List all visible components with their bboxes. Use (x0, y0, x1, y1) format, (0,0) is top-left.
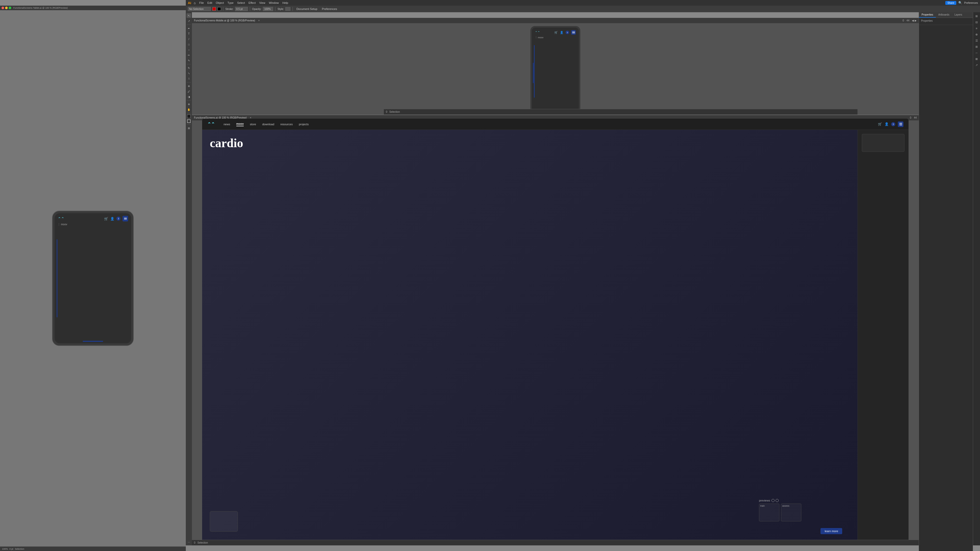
lower-zoom: 0 (194, 541, 196, 544)
stroke-swatch[interactable] (187, 119, 191, 123)
preferences-label[interactable]: Preferences (964, 2, 978, 4)
user-icon[interactable]: 👤 (110, 217, 115, 221)
doc-setup-btn[interactable]: Document Setup (295, 7, 319, 11)
stroke-value[interactable] (235, 7, 248, 11)
tab-artboards[interactable]: Artboards (936, 12, 952, 17)
strip-icon-9[interactable]: ↗ (974, 63, 979, 67)
direct-select-tool[interactable]: ↗ (186, 19, 191, 23)
menu-edit[interactable]: Edit (206, 1, 214, 4)
rotate-tool[interactable]: ↻ (186, 65, 191, 70)
line-tool[interactable]: / (186, 37, 191, 41)
strip-icon-4[interactable]: ⊕ (974, 32, 979, 37)
right-panel: Properties Artboards Layers Properties (919, 12, 973, 551)
rect-tool[interactable]: □ (186, 42, 191, 47)
select-tool[interactable]: ↖ (186, 13, 191, 18)
search-icon[interactable]: 🔍 (958, 1, 962, 5)
stroke-color[interactable] (218, 7, 221, 11)
tab-layers[interactable]: Layers (952, 12, 965, 17)
strip-icon-6[interactable]: ⊞ (974, 44, 979, 49)
ai-home-icon[interactable]: ⌂ (194, 1, 196, 5)
lower-zoom-control[interactable]: 44 (914, 116, 917, 119)
opacity-value[interactable] (263, 7, 273, 11)
menu-effect[interactable]: Effect (247, 1, 257, 4)
left-zoom: 100% (2, 548, 8, 550)
website-cart-icon[interactable]: 🛒 (878, 122, 882, 126)
more-tools-btn[interactable]: ··· (186, 540, 191, 545)
website-menu-btn[interactable] (898, 121, 904, 127)
preferences-btn[interactable]: Preferences (320, 7, 339, 11)
fill-selector[interactable] (188, 7, 211, 11)
strip-icon-5[interactable]: ☰ (974, 38, 979, 43)
properties-section: Properties (919, 18, 973, 25)
website-content: cardio learn more previews (202, 130, 908, 542)
preview-circle-1 (772, 499, 775, 502)
strip-icon-1[interactable]: ⊞ (974, 14, 979, 18)
gradient-tool[interactable]: ◑ (186, 94, 191, 99)
strip-icon-8[interactable]: ⊠ (974, 57, 979, 61)
screen-mode[interactable]: ⊞ (186, 126, 191, 130)
upper-menu-btn[interactable] (571, 30, 576, 35)
upper-user-icon[interactable]: 👤 (560, 31, 563, 34)
pen-tool[interactable]: ✒ (186, 26, 191, 30)
zoom-control[interactable]: 44 (907, 19, 909, 22)
nav-projects[interactable]: projects (299, 123, 309, 126)
cart-icon[interactable]: 🛒 (104, 217, 108, 221)
minimize-button[interactable] (5, 6, 8, 9)
strip-icon-2[interactable]: ⊟ (974, 20, 979, 24)
menu-view[interactable]: View (258, 1, 267, 4)
left-mobile-mockup: ⌃⌃ 🛒 👤 3 ⋮ moov (52, 211, 134, 346)
upper-mobile-container: ⌃⌃ 🛒 👤 3 ⋮ moov (530, 25, 581, 115)
menu-file[interactable]: File (198, 1, 205, 4)
website-side-panel (858, 130, 908, 542)
brush-tool[interactable]: ✏ (186, 53, 191, 57)
hamburger-icon (124, 218, 127, 220)
left-mockup-screen: ⌃⌃ 🛒 👤 3 ⋮ moov (55, 213, 131, 343)
strip-icon-3[interactable]: ≡ (974, 26, 979, 30)
menu-object[interactable]: Object (215, 1, 226, 4)
nav-news[interactable]: news (224, 123, 230, 126)
view-control[interactable]: 0 (903, 19, 904, 22)
menu-help[interactable]: Help (281, 1, 290, 4)
warp-tool[interactable]: ⌇ (186, 76, 191, 81)
nav-moov[interactable]: moov (236, 122, 244, 126)
ellipse-tool[interactable]: ○ (186, 48, 191, 52)
zoom-tool[interactable]: ⊕ (186, 102, 191, 106)
upper-cart-icon[interactable]: 🛒 (554, 31, 558, 34)
pencil-tool[interactable]: ✎ (186, 58, 191, 63)
nav-download[interactable]: download (262, 123, 274, 126)
upper-moov-icons: 🛒 👤 3 (554, 30, 576, 35)
fill-color[interactable] (212, 7, 216, 11)
eyedropper-tool[interactable]: 🖊 (186, 89, 191, 94)
nav-resources[interactable]: resources (280, 123, 293, 126)
toolbar-separator (223, 7, 223, 11)
preview-circles (772, 499, 779, 502)
hero-title: cardio (210, 136, 850, 150)
blend-tool[interactable]: ⊕ (186, 84, 191, 88)
menu-window[interactable]: Window (267, 1, 280, 4)
ai-menu-right: Share 🔍 Preferences (945, 1, 978, 5)
menu-button[interactable] (123, 216, 128, 221)
upper-doc-close[interactable]: × (258, 19, 260, 22)
nav-arrows[interactable]: ◀ ▶ (912, 19, 917, 22)
upper-status-info: Selection (390, 110, 400, 113)
close-button[interactable] (2, 6, 4, 9)
menu-select[interactable]: Select (235, 1, 247, 4)
maximize-button[interactable] (9, 6, 11, 9)
share-button[interactable]: Share (945, 1, 956, 5)
nav-store[interactable]: store (250, 123, 256, 126)
fill-swatch[interactable] (187, 114, 191, 118)
window-controls[interactable] (2, 6, 11, 9)
previews-label: previews (759, 499, 801, 502)
strip-icon-7[interactable]: ↔ (974, 51, 979, 55)
type-tool[interactable]: T (186, 32, 191, 36)
more-tools: ··· (186, 540, 191, 545)
learn-more-button[interactable]: learn more (821, 528, 842, 534)
website-user-icon[interactable]: 👤 (885, 122, 889, 126)
tab-properties[interactable]: Properties (919, 12, 936, 17)
menu-type[interactable]: Type (226, 1, 235, 4)
lower-view-control[interactable]: 0 (910, 116, 912, 119)
style-swatch[interactable] (285, 7, 290, 11)
left-canvas: ⌃⌃ 🛒 👤 3 ⋮ moov (0, 10, 186, 546)
scale-tool[interactable]: ⤡ (186, 71, 191, 76)
hand-tool[interactable]: ✋ (186, 107, 191, 112)
